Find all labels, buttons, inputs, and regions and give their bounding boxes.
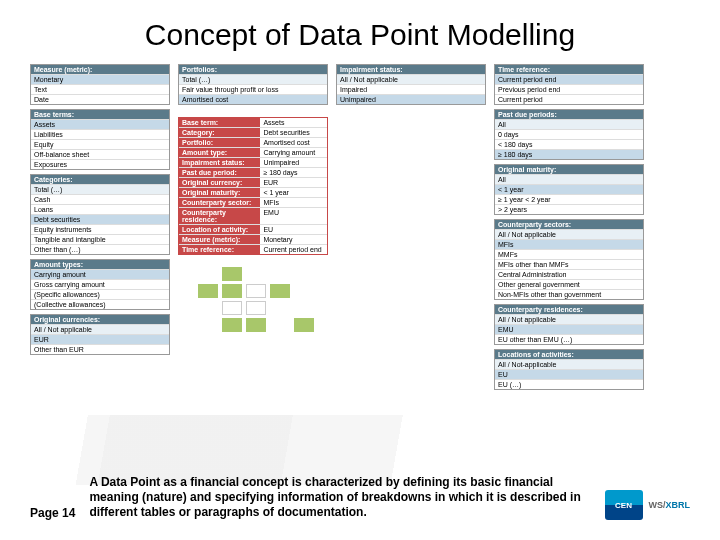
panel-row: EMU bbox=[495, 324, 643, 334]
datapoint-label: Location of activity: bbox=[179, 225, 260, 234]
panel-row: Fair value through profit or loss bbox=[179, 84, 327, 94]
panel-original-maturity: Original maturity: All < 1 year ≥ 1 year… bbox=[494, 164, 644, 215]
datapoint-value: EU bbox=[260, 225, 327, 234]
panel-row: EU (…) bbox=[495, 379, 643, 389]
panel-row: EU other than EMU (…) bbox=[495, 334, 643, 344]
datapoint-value: Current period end bbox=[260, 245, 327, 254]
panel-base-terms: Base terms: Assets Liabilities Equity Of… bbox=[30, 109, 170, 170]
panel-row: All / Not applicable bbox=[495, 314, 643, 324]
panel-row: Off-balance sheet bbox=[31, 149, 169, 159]
datapoint-row: Time reference:Current period end bbox=[179, 244, 327, 254]
page-number: Page 14 bbox=[30, 506, 75, 520]
panel-row: (Specific allowances) bbox=[31, 289, 169, 299]
panel-row: MFIs other than MMFs bbox=[495, 259, 643, 269]
panel-locations-activities: Locations of activities: All / Not-appli… bbox=[494, 349, 644, 390]
datapoint-row: Original maturity:< 1 year bbox=[179, 187, 327, 197]
panel-row: < 180 days bbox=[495, 139, 643, 149]
datapoint-label: Category: bbox=[179, 128, 260, 137]
panel-row: All / Not applicable bbox=[495, 229, 643, 239]
panel-header: Impairment status: bbox=[337, 65, 485, 74]
datapoint-value: MFIs bbox=[260, 198, 327, 207]
diagram-area: Measure (metric): Monetary Text Date Bas… bbox=[30, 64, 690, 390]
blocks-diagram bbox=[178, 267, 328, 332]
panel-header: Original maturity: bbox=[495, 165, 643, 174]
datapoint-row: Amount type:Carrying amount bbox=[179, 147, 327, 157]
panel-row: Debt securities bbox=[31, 214, 169, 224]
panel-row: All / Not-applicable bbox=[495, 359, 643, 369]
panel-header: Past due periods: bbox=[495, 110, 643, 119]
datapoint-label: Counterparty residence: bbox=[179, 208, 260, 224]
panel-row: Unimpaired bbox=[337, 94, 485, 104]
panel-row: ≥ 1 year < 2 year bbox=[495, 194, 643, 204]
logo-area: WS/XBRL bbox=[605, 490, 691, 520]
datapoint-row: Category:Debt securities bbox=[179, 127, 327, 137]
panel-row: (Collective allowances) bbox=[31, 299, 169, 309]
datapoint-value: Monetary bbox=[260, 235, 327, 244]
panel-row: Amortised cost bbox=[179, 94, 327, 104]
datapoint-row: Impairment status:Unimpaired bbox=[179, 157, 327, 167]
datapoint-label: Base term: bbox=[179, 118, 260, 127]
datapoint-row: Past due period:≥ 180 days bbox=[179, 167, 327, 177]
datapoint-value: Debt securities bbox=[260, 128, 327, 137]
datapoint-value: ≥ 180 days bbox=[260, 168, 327, 177]
panel-header: Measure (metric): bbox=[31, 65, 169, 74]
panel-header: Amount types: bbox=[31, 260, 169, 269]
panel-row: MFIs bbox=[495, 239, 643, 249]
panel-row: Exposures bbox=[31, 159, 169, 169]
datapoint-value: Amortised cost bbox=[260, 138, 327, 147]
panel-row: ≥ 180 days bbox=[495, 149, 643, 159]
panel-row: Previous period end bbox=[495, 84, 643, 94]
datapoint-label: Past due period: bbox=[179, 168, 260, 177]
datapoint-label: Original maturity: bbox=[179, 188, 260, 197]
panel-row: Central Administration bbox=[495, 269, 643, 279]
xbrl-ws: WS/ bbox=[649, 500, 666, 510]
panel-row: Assets bbox=[31, 119, 169, 129]
panel-row: Tangible and intangible bbox=[31, 234, 169, 244]
datapoint-label: Impairment status: bbox=[179, 158, 260, 167]
panel-counterparty-residences: Counterparty residences: All / Not appli… bbox=[494, 304, 644, 345]
datapoint-label: Counterparty sector: bbox=[179, 198, 260, 207]
datapoint-row: Base term:Assets bbox=[179, 118, 327, 127]
panel-row: Text bbox=[31, 84, 169, 94]
panel-row: EU bbox=[495, 369, 643, 379]
datapoint-label: Portfolio: bbox=[179, 138, 260, 147]
panel-impairment: Impairment status: All / Not applicable … bbox=[336, 64, 486, 105]
panel-header: Locations of activities: bbox=[495, 350, 643, 359]
cen-logo-icon bbox=[605, 490, 643, 520]
panel-row: Other than EUR bbox=[31, 344, 169, 354]
panel-row: Impaired bbox=[337, 84, 485, 94]
xbrl-text: XBRL bbox=[666, 500, 691, 510]
panel-row: Monetary bbox=[31, 74, 169, 84]
panel-row: Current period end bbox=[495, 74, 643, 84]
panel-row: All / Not applicable bbox=[31, 324, 169, 334]
panel-amount-types: Amount types: Carrying amount Gross carr… bbox=[30, 259, 170, 310]
panel-header: Counterparty sectors: bbox=[495, 220, 643, 229]
slide-title: Concept of Data Point Modelling bbox=[30, 18, 690, 52]
panel-time-reference: Time reference: Current period end Previ… bbox=[494, 64, 644, 105]
panel-past-due: Past due periods: All 0 days < 180 days … bbox=[494, 109, 644, 160]
datapoint-row: Measure (metric):Monetary bbox=[179, 234, 327, 244]
datapoint-row: Portfolio:Amortised cost bbox=[179, 137, 327, 147]
panel-row: Cash bbox=[31, 194, 169, 204]
panel-row: All / Not applicable bbox=[337, 74, 485, 84]
panel-row: Other general government bbox=[495, 279, 643, 289]
datapoint-label: Amount type: bbox=[179, 148, 260, 157]
datapoint-label: Time reference: bbox=[179, 245, 260, 254]
panel-counterparty-sectors: Counterparty sectors: All / Not applicab… bbox=[494, 219, 644, 300]
datapoint-row: Counterparty sector:MFIs bbox=[179, 197, 327, 207]
datapoint-row: Counterparty residence:EMU bbox=[179, 207, 327, 224]
panel-row: Other than (…) bbox=[31, 244, 169, 254]
panel-row: Equity instruments bbox=[31, 224, 169, 234]
panel-row: All bbox=[495, 174, 643, 184]
panel-row: Carrying amount bbox=[31, 269, 169, 279]
panel-portfolios: Portfolios: Total (…) Fair value through… bbox=[178, 64, 328, 105]
panel-row: < 1 year bbox=[495, 184, 643, 194]
panel-row: > 2 years bbox=[495, 204, 643, 214]
panel-row: Equity bbox=[31, 139, 169, 149]
panel-header: Base terms: bbox=[31, 110, 169, 119]
panel-row: All bbox=[495, 119, 643, 129]
panel-header: Counterparty residences: bbox=[495, 305, 643, 314]
panel-header: Portfolios: bbox=[179, 65, 327, 74]
panel-row: Date bbox=[31, 94, 169, 104]
panel-row: Loans bbox=[31, 204, 169, 214]
